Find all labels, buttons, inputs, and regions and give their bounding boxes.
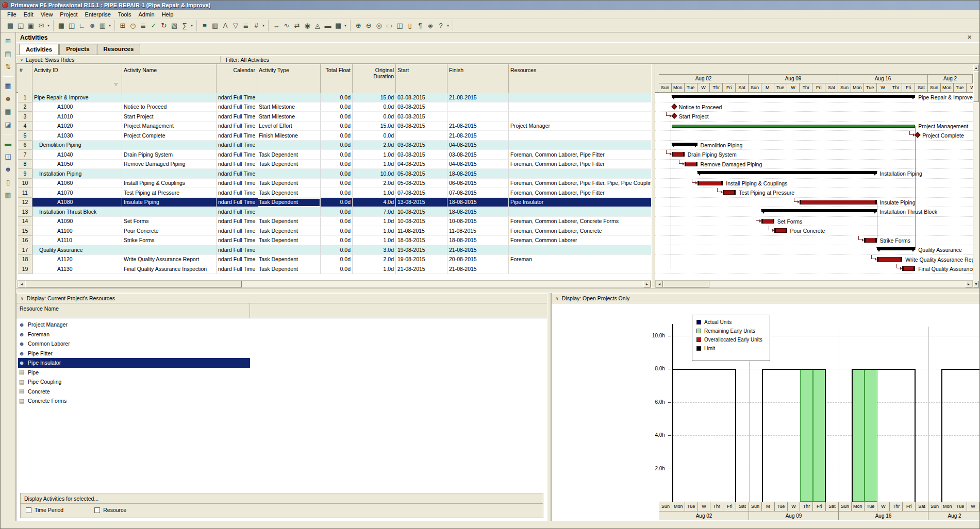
table-row[interactable]: 10A1060Install Piping & Couplingsndard F… <box>16 179 651 189</box>
usage-day-cell[interactable]: Sun <box>928 502 941 511</box>
cell-resources[interactable] <box>509 93 651 103</box>
usage-day-cell[interactable]: Mon <box>672 502 685 511</box>
cell-start[interactable]: 11-08-2015 <box>396 226 447 236</box>
filters-icon[interactable]: ▽ <box>230 21 241 30</box>
layout-options-button[interactable]: ∨ Layout: Swiss Rides <box>16 56 221 64</box>
usage-display-bar[interactable]: ∨ Display: Open Projects Only <box>552 293 980 303</box>
cell-calendar[interactable]: ndard Full Time <box>217 93 257 103</box>
cell-duration[interactable]: 4.0d <box>353 198 396 208</box>
cell-total_float[interactable]: 0.0d <box>321 226 353 236</box>
cell-duration[interactable]: 1.0d <box>353 160 396 169</box>
menu-enterprise[interactable]: Enterprise <box>81 10 114 19</box>
tab-resources[interactable]: Resources <box>97 44 141 55</box>
cell-duration[interactable]: 3.0d <box>353 245 396 255</box>
cell-duration[interactable]: 0.0d <box>353 112 396 122</box>
cell-calendar[interactable]: ndard Full Time <box>217 245 257 255</box>
resource-item[interactable]: ☻Pipe Fitter <box>18 349 250 359</box>
timescale-day-cell[interactable]: W <box>967 83 973 93</box>
usage-day-cell[interactable]: W <box>698 502 711 511</box>
bottom-panes-splitter[interactable] <box>547 293 551 521</box>
table-row[interactable]: 18A1120Write Quality Assurance Reportnda… <box>16 255 651 265</box>
menu-admin[interactable]: Admin <box>135 10 158 19</box>
cell-finish[interactable]: 21-08-2015 <box>447 264 509 274</box>
resource-item[interactable]: ▤Concrete <box>18 387 250 397</box>
usage-day-cell[interactable]: Sun <box>839 502 852 511</box>
column-header-duration[interactable]: Original Duration <box>353 64 396 93</box>
cell-total_float[interactable]: 0.0d <box>321 255 353 265</box>
cell-total_float[interactable]: 0.0d <box>321 141 353 150</box>
cell-type[interactable]: Task Dependent <box>257 179 321 189</box>
import-export-icon[interactable]: ⇅ <box>3 61 14 72</box>
cell-type[interactable] <box>257 245 321 255</box>
cell-type[interactable] <box>257 207 321 217</box>
line-numbers-icon[interactable]: # <box>251 21 261 30</box>
scroll-right-icon[interactable]: ► <box>965 281 972 287</box>
cell-resources[interactable] <box>509 207 651 217</box>
table-row[interactable]: 5A1030Project Completendard Full TimeFin… <box>16 131 651 141</box>
gantt-bar-task[interactable] <box>774 228 787 233</box>
gantt-horizontal-scrollbar[interactable]: ◄ ► <box>655 280 973 288</box>
timescale-day-cell[interactable]: Fri <box>812 83 825 93</box>
cell-num[interactable]: 12 <box>18 198 32 208</box>
cell-calendar[interactable]: ndard Full Time <box>217 179 257 189</box>
table-row[interactable]: 12A1080Insulate Pipingndard Full TimeTas… <box>16 198 651 208</box>
tab-activities[interactable]: Activities <box>19 44 59 55</box>
cell-type[interactable]: Finish Milestone <box>257 131 321 141</box>
table-row[interactable]: 3A1010Start Projectndard Full TimeStart … <box>16 112 651 122</box>
timescale-day-cell[interactable]: W <box>877 83 890 93</box>
cell-finish[interactable]: 21-08-2015 <box>447 245 509 255</box>
cell-type[interactable]: Task Dependent <box>257 198 321 208</box>
cell-id[interactable]: Pipe Repair & Improve <box>32 93 122 103</box>
usage-day-cell[interactable]: Thr <box>890 502 903 511</box>
cell-name[interactable]: Install Piping & Couplings <box>122 179 217 189</box>
cell-num[interactable]: 7 <box>18 150 32 160</box>
cell-finish[interactable]: 20-08-2015 <box>447 255 509 265</box>
cell-calendar[interactable]: ndard Full Time <box>217 169 257 179</box>
cell-num[interactable]: 2 <box>18 103 32 112</box>
cell-id[interactable]: A1040 <box>32 150 122 160</box>
cell-calendar[interactable]: ndard Full Time <box>217 112 257 122</box>
timescale-day-cell[interactable]: Thr <box>889 83 902 93</box>
cell-calendar[interactable]: ndard Full Time <box>217 255 257 265</box>
table-row[interactable]: 7A1040Drain Piping Systemndard Full Time… <box>16 150 651 160</box>
timescale-day-cell[interactable]: Sun <box>928 83 941 93</box>
cell-start[interactable]: 19-08-2015 <box>396 245 447 255</box>
resource-item[interactable]: ▤Concrete Forms <box>18 396 250 406</box>
cell-start[interactable]: 19-08-2015 <box>396 255 447 265</box>
cell-name[interactable]: Write Quality Assurance Report <box>122 255 217 265</box>
cell-id[interactable]: A1080 <box>32 198 122 208</box>
cell-id[interactable]: Quality Assurance <box>32 245 122 255</box>
activities-dir-icon[interactable]: ▬ <box>3 138 14 149</box>
store-period-icon[interactable]: ▧ <box>169 21 179 30</box>
usage-day-cell[interactable]: Fri <box>903 502 916 511</box>
resource-item[interactable]: ☻Foreman <box>18 330 250 339</box>
cell-name[interactable]: Insulate Piping <box>122 198 217 208</box>
cell-type[interactable]: Task Dependent <box>257 226 321 236</box>
progress-line-icon[interactable]: ∿ <box>281 21 292 30</box>
column-header-name[interactable]: Activity Name <box>122 64 217 93</box>
cell-calendar[interactable]: ndard Full Time <box>217 160 257 169</box>
cell-resources[interactable] <box>509 264 651 274</box>
cell-finish[interactable] <box>447 103 509 112</box>
cell-type[interactable] <box>257 93 321 103</box>
help-icon[interactable]: ? <box>436 21 446 30</box>
cell-calendar[interactable]: ndard Full Time <box>217 207 257 217</box>
add-activity-icon[interactable]: ⊞ <box>118 21 128 30</box>
cell-calendar[interactable]: ndard Full Time <box>217 122 257 131</box>
cell-finish[interactable]: 18-08-2015 <box>447 198 509 208</box>
cell-finish[interactable]: 18-08-2015 <box>447 169 509 179</box>
cell-start[interactable]: 03-08-2015 <box>396 112 447 122</box>
cell-duration[interactable]: 15.0d <box>353 122 396 131</box>
column-header-num[interactable]: # <box>18 64 32 93</box>
timescale-week-cell[interactable]: Aug 16 <box>838 74 928 83</box>
table-row[interactable]: 11A1070Test Piping at Pressurendard Full… <box>16 188 651 198</box>
timescale-day-cell[interactable]: Sat <box>915 83 928 93</box>
usage-day-cell[interactable]: Mon <box>852 502 865 511</box>
cell-duration[interactable]: 2.0d <box>353 141 396 150</box>
zoom-out-icon[interactable]: ⊖ <box>363 21 374 30</box>
group-sort-icon[interactable]: ≣ <box>241 21 251 30</box>
timescale-day-cell[interactable]: W <box>787 83 800 93</box>
cell-resources[interactable]: Foreman, Common Laborer <box>509 236 651 246</box>
cell-total_float[interactable]: 0.0d <box>321 131 353 141</box>
cell-type[interactable] <box>257 169 321 179</box>
